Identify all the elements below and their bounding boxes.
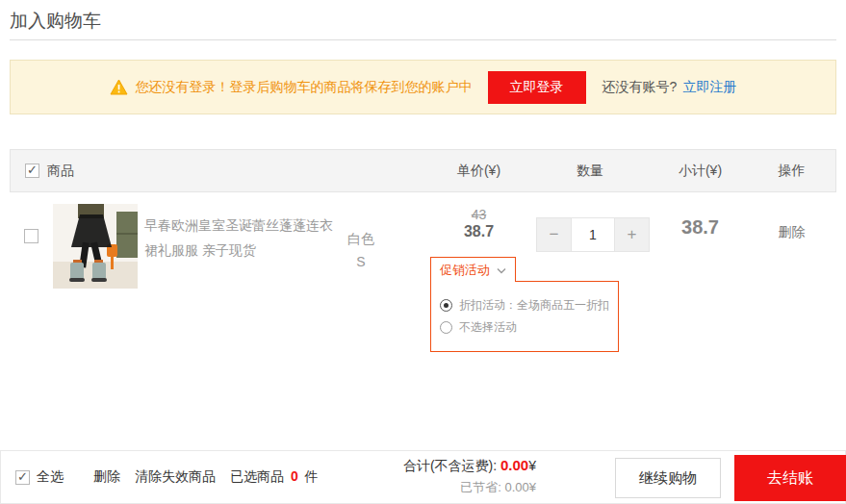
continue-shopping-button[interactable]: 继续购物 [615,458,721,498]
warning-triangle-icon [110,79,128,95]
row-checkbox[interactable] [24,229,38,243]
login-button[interactable]: 立即登录 [488,71,586,104]
cart-footer: 全选 删除 清除失效商品 已选商品 0 件 合计(不含运费): 0.00¥ 已节… [0,450,846,504]
promo-dropdown-toggle[interactable]: 促销活动 [430,257,516,282]
radio-selected-icon[interactable] [440,299,452,312]
cart-table-header: 商品 单价(¥) 数量 小计(¥) 操作 [10,149,836,192]
total-label: 合计(不含运费): [403,458,497,473]
current-price: 38.7 [414,223,544,240]
page-title: 加入购物车 [10,9,101,34]
selected-count: 0 [291,468,298,484]
no-account-text: 还没有账号? [602,79,678,96]
checkout-button[interactable]: 去结账 [734,455,846,501]
selected-prefix: 已选商品 [230,468,284,484]
cart-page: 加入购物车 您还没有登录！登录后购物车的商品将保存到您的账户中 立即登录 还没有… [0,0,846,504]
banner-message: 您还没有登录！登录后购物车的商品将保存到您的账户中 [136,79,473,96]
totals-block: 合计(不含运费): 0.00¥ 已节省: 0.00¥ [403,457,536,496]
product-variant: 白色 S [327,227,395,273]
promo-option-label: 不选择活动 [459,319,517,336]
saved-label: 已节省: [460,480,501,494]
product-image[interactable] [53,204,138,289]
total-value: 0.00 [500,457,528,473]
row-subtotal: 38.7 [654,216,746,239]
saved-currency: ¥ [529,480,536,494]
promo-dropdown-panel: 折扣活动：全场商品五一折扣 不选择活动 [430,281,619,352]
quantity-minus-button[interactable]: − [536,217,572,252]
select-all-checkbox[interactable] [15,470,30,485]
cart-table: 商品 单价(¥) 数量 小计(¥) 操作 [10,149,836,301]
header-action: 操作 [770,150,813,191]
quantity-stepper: − + [536,217,650,252]
select-all-label[interactable]: 全选 [37,468,64,486]
quantity-input[interactable] [572,217,614,252]
saved-line: 已节省: 0.00¥ [403,479,536,496]
promo-option-label: 折扣活动：全场商品五一折扣 [459,297,609,314]
title-divider [10,39,836,40]
select-all-header-checkbox[interactable] [25,164,39,178]
promo-option-discount[interactable]: 折扣活动：全场商品五一折扣 [440,294,618,316]
chevron-down-icon [497,263,506,277]
total-currency: ¥ [528,458,536,473]
radio-unselected-icon[interactable] [440,321,452,334]
unit-price-cell: 43 38.7 [414,207,544,240]
selected-count-text: 已选商品 0 件 [230,468,319,486]
original-price: 43 [414,207,544,222]
product-name[interactable]: 早春欧洲皇室圣诞蕾丝蓬蓬连衣裙礼服服 亲子现货 [144,213,333,263]
promo-option-none[interactable]: 不选择活动 [440,316,618,339]
total-line: 合计(不含运费): 0.00¥ [403,457,536,475]
saved-value: 0.00 [504,480,528,494]
header-product: 商品 [47,150,74,191]
register-link[interactable]: 立即注册 [682,79,736,96]
cart-row: 早春欧洲皇室圣诞蕾丝蓬蓬连衣裙礼服服 亲子现货 白色 S 43 38.7 − +… [10,192,836,301]
header-quantity: 数量 [534,150,646,191]
quantity-plus-button[interactable]: + [614,217,650,252]
clear-invalid-link[interactable]: 清除失效商品 [135,468,216,486]
promo-label: 促销活动 [440,262,490,279]
product-color: 白色 [327,227,395,250]
header-subtotal: 小计(¥) [654,150,746,191]
product-size: S [327,250,395,273]
selected-suffix: 件 [305,468,319,484]
footer-left-actions: 全选 删除 清除失效商品 已选商品 0 件 [15,451,319,503]
row-delete-link[interactable]: 删除 [770,224,813,241]
login-warning-banner: 您还没有登录！登录后购物车的商品将保存到您的账户中 立即登录 还没有账号? 立即… [10,60,836,114]
footer-delete-link[interactable]: 删除 [93,468,120,486]
header-unit-price: 单价(¥) [414,150,544,191]
